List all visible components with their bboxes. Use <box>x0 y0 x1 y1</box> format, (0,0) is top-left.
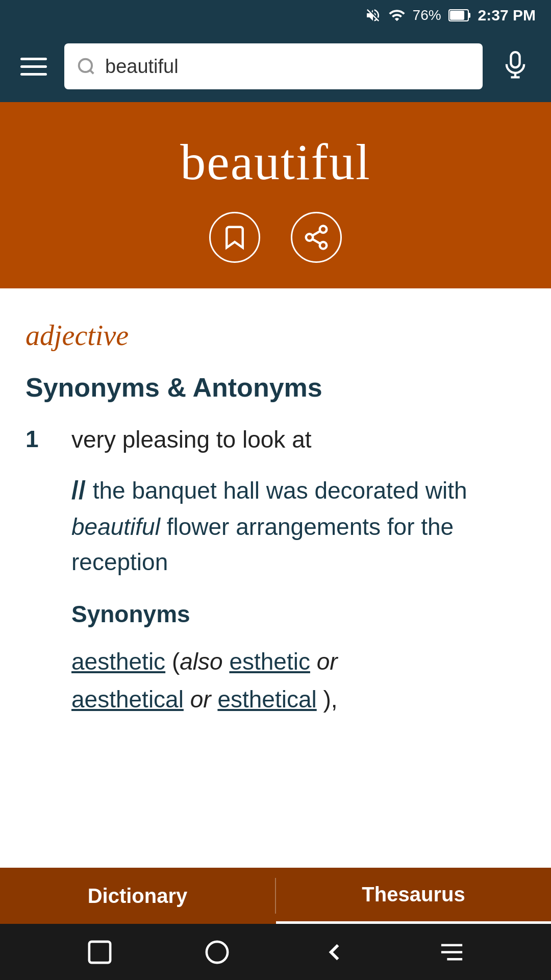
svg-rect-13 <box>89 941 110 962</box>
nav-dictionary-label: Dictionary <box>88 885 188 908</box>
svg-point-3 <box>79 59 92 72</box>
nav-thesaurus-label: Thesaurus <box>362 883 465 906</box>
synonyms-list: aesthetic (also esthetic or aesthetical … <box>71 643 525 718</box>
circle-icon <box>203 938 231 966</box>
synonym-esthetic[interactable]: esthetic <box>229 648 310 675</box>
word-actions <box>209 212 342 263</box>
mic-icon <box>502 51 529 82</box>
synonym-aesthetical[interactable]: aesthetical <box>71 686 184 713</box>
synonym-aesthetic[interactable]: aesthetic <box>71 648 165 675</box>
svg-rect-1 <box>450 11 464 20</box>
svg-point-10 <box>320 242 327 249</box>
status-bar: 76% 2:37 PM <box>0 0 551 31</box>
slash-marks: // <box>71 476 93 504</box>
nav-back-button[interactable] <box>316 934 352 970</box>
battery-icon <box>448 8 471 22</box>
svg-point-8 <box>320 226 327 233</box>
bottom-nav: Dictionary Thesaurus <box>0 868 551 924</box>
definition-text: very pleasing to look at <box>71 423 525 456</box>
status-icons: 76% 2:37 PM <box>365 7 536 24</box>
wifi-icon <box>388 7 406 24</box>
definition-row: 1 very pleasing to look at // the banque… <box>26 423 525 719</box>
section-title: Synonyms & Antonyms <box>26 372 525 403</box>
example-sentence: // the banquet hall was decorated with b… <box>71 471 525 580</box>
share-button[interactable] <box>291 212 342 263</box>
svg-line-11 <box>312 239 320 243</box>
menu-button[interactable] <box>15 53 52 81</box>
nav-dictionary[interactable]: Dictionary <box>0 868 275 924</box>
lines-icon <box>438 938 466 966</box>
back-triangle-icon <box>320 938 348 966</box>
svg-point-14 <box>206 941 227 962</box>
nav-home-button[interactable] <box>199 934 235 970</box>
square-icon <box>86 938 114 966</box>
mic-button[interactable] <box>495 46 536 87</box>
search-bar[interactable] <box>64 43 483 89</box>
syn-paren-close: ), <box>323 686 338 713</box>
battery-level: 76% <box>413 7 441 23</box>
syn-paren-open: ( <box>172 648 180 675</box>
word-title: beautiful <box>180 133 370 191</box>
svg-rect-2 <box>468 13 470 18</box>
svg-point-9 <box>306 234 313 241</box>
synonym-esthetical[interactable]: esthetical <box>217 686 316 713</box>
synonyms-label: Synonyms <box>71 600 525 628</box>
clock: 2:37 PM <box>478 7 536 24</box>
share-icon <box>303 224 330 251</box>
system-nav <box>0 924 551 980</box>
svg-line-12 <box>312 231 320 236</box>
mute-icon <box>365 7 381 23</box>
search-icon <box>77 57 96 76</box>
bookmark-button[interactable] <box>209 212 260 263</box>
definition-number: 1 <box>26 423 51 719</box>
nav-thesaurus[interactable]: Thesaurus <box>276 868 551 924</box>
word-header: beautiful <box>0 102 551 288</box>
definition-content: very pleasing to look at // the banquet … <box>71 423 525 719</box>
bookmark-icon <box>221 224 248 251</box>
content-area: adjective Synonyms & Antonyms 1 very ple… <box>0 288 551 719</box>
svg-line-4 <box>90 70 93 74</box>
part-of-speech: adjective <box>26 319 525 352</box>
header <box>0 31 551 102</box>
nav-menu-button[interactable] <box>434 934 469 970</box>
search-input[interactable] <box>105 56 470 78</box>
svg-rect-5 <box>511 52 519 67</box>
nav-square-button[interactable] <box>82 934 117 970</box>
